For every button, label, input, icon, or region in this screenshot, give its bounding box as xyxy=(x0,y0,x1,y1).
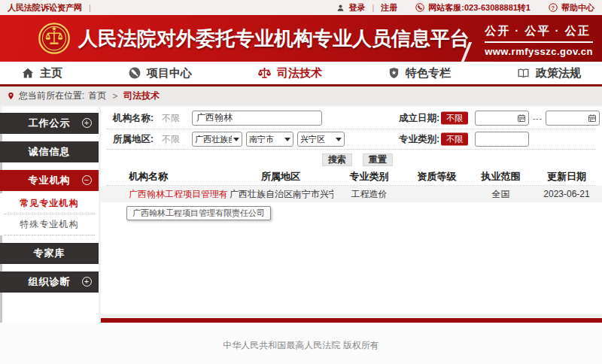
footer-copyright: 中华人民共和国最高人民法院 版权所有 xyxy=(0,339,602,352)
region-unlimited-option[interactable]: 不限 xyxy=(162,133,180,146)
table-header-grade: 资质等级 xyxy=(405,170,469,184)
category-label: 专业类别: xyxy=(399,133,439,146)
table-header-region: 所属地区 xyxy=(228,170,333,184)
sidebar-item-integrity-info[interactable]: 诚信信息 xyxy=(0,141,99,162)
province-select[interactable]: 广西壮族自治 xyxy=(192,132,242,147)
city-value: 南宁市 xyxy=(249,134,283,145)
person-icon xyxy=(336,4,345,12)
nav-item-featured-column[interactable]: 特色专栏 xyxy=(388,62,451,84)
submenu-item-special-orgs[interactable]: 特殊专业机构 xyxy=(4,214,95,235)
org-name-tooltip: 广西翰林工程项目管理有限责任公司 xyxy=(126,206,271,220)
table-header-updated: 更新日期 xyxy=(533,170,600,184)
sidebar-item-work-publicity[interactable]: 工作公示 + xyxy=(0,113,99,134)
nav-item-judicial-tech[interactable]: 司法技术 xyxy=(257,62,322,84)
founded-date-label: 成立日期: xyxy=(399,111,439,124)
nav-label: 主页 xyxy=(40,66,62,80)
help-icon: ? xyxy=(549,3,558,12)
nav-label: 特色专栏 xyxy=(406,66,451,80)
main-panel: 机构名称: 不限 成立日期: 不限 --- 所属地区: 不限 广西壮族自治 xyxy=(101,107,602,314)
page: 人民法院诉讼资产网 | 登录 | 注册 网站客服:023-63088881转1 … xyxy=(0,0,602,364)
slogan: 公开 · 公平 · 公正 xyxy=(485,24,593,43)
table-header-org-name: 机构名称 xyxy=(123,170,228,184)
breadcrumb-home-link[interactable]: 首页 xyxy=(88,89,106,102)
org-name-unlimited-option[interactable]: 不限 xyxy=(162,111,180,124)
expand-icon: + xyxy=(82,118,92,128)
search-row-2: 所属地区: 不限 广西壮族自治 南宁市 兴宁区 专业类别: 不限 xyxy=(107,129,596,150)
date-to-input[interactable] xyxy=(546,111,600,126)
table-header-category: 专业类别 xyxy=(333,170,405,184)
founded-unlimited-badge[interactable]: 不限 xyxy=(441,111,468,124)
city-select[interactable]: 南宁市 xyxy=(246,132,293,147)
district-select[interactable]: 兴宁区 xyxy=(297,132,345,147)
nav-item-policies[interactable]: 政策法规 xyxy=(516,62,581,84)
sidebar-item-label: 组织诊断 xyxy=(29,275,71,289)
nav-label: 项目中心 xyxy=(147,66,192,80)
chevron-down-icon xyxy=(284,138,290,141)
nav-item-home[interactable]: 主页 xyxy=(21,62,62,84)
collapse-icon: − xyxy=(82,175,92,185)
login-divider: | xyxy=(372,3,374,12)
sidebar-item-label: 专家库 xyxy=(34,247,65,260)
calendar-icon xyxy=(517,114,526,123)
shield-star-icon xyxy=(388,66,400,80)
sidebar-item-label: 专业机构 xyxy=(29,174,71,187)
date-range-separator: --- xyxy=(533,114,543,122)
category-input[interactable] xyxy=(475,132,529,147)
main-nav: 主页 项目中心 xyxy=(0,62,602,86)
row-region: 广西壮族自治区南宁市兴宁区 xyxy=(228,188,333,201)
breadcrumb: 您当前所在位置: 首页 > 司法技术 xyxy=(0,86,602,105)
submenu-item-label: 特殊专业机构 xyxy=(20,218,79,231)
chevron-down-icon xyxy=(233,138,239,141)
district-value: 兴宁区 xyxy=(300,134,334,145)
topbar-divider: | xyxy=(89,3,91,12)
location-pin-icon xyxy=(7,91,15,101)
footer: 中华人民共和国最高人民法院 版权所有 xyxy=(0,323,602,364)
sidebar-submenu: 常见专业机构 特殊专业机构 xyxy=(0,193,99,235)
top-utility-bar: 人民法院诉讼资产网 | 登录 | 注册 网站客服:023-63088881转1 … xyxy=(0,0,602,15)
hotline-text: 网站客服:023-63088881转1 xyxy=(428,2,531,14)
platform-title: 人民法院对外委托专业机构专业人员信息平台 xyxy=(78,26,470,52)
reset-button[interactable]: 重置 xyxy=(363,153,393,166)
date-from-input[interactable] xyxy=(475,111,529,126)
sidebar-item-org-diagnosis[interactable]: 组织诊断 + xyxy=(0,271,99,293)
scales-icon xyxy=(257,66,272,80)
register-link[interactable]: 注册 xyxy=(381,2,397,14)
website-url: www.rmfysszc.gov.cn xyxy=(485,46,593,57)
court-emblem-icon xyxy=(38,22,71,55)
nav-label: 政策法规 xyxy=(536,66,581,80)
home-icon xyxy=(21,66,35,80)
category-unlimited-badge[interactable]: 不限 xyxy=(441,133,468,146)
expand-icon: + xyxy=(82,277,92,287)
submenu-item-label: 常见专业机构 xyxy=(20,197,79,210)
phone-icon xyxy=(415,3,424,12)
masthead: 人民法院对外委托专业机构专业人员信息平台 公开 · 公平 · 公正 www.rm… xyxy=(0,15,602,62)
sidebar: 工作公示 + 诚信信息 专业机构 − 常见专业机构 特殊专业机构 专家库 组织诊… xyxy=(0,113,99,300)
breadcrumb-prefix: 您当前所在位置: xyxy=(19,89,84,102)
province-value: 广西壮族自治 xyxy=(195,134,232,145)
row-org-name-link[interactable]: 广西翰林工程项目管理有限责任... xyxy=(123,188,228,201)
sidebar-item-professional-orgs[interactable]: 专业机构 − xyxy=(0,170,99,191)
login-link[interactable]: 登录 xyxy=(348,2,365,14)
region-label: 所属地区: xyxy=(113,133,154,146)
row-category: 工程造价 xyxy=(333,188,405,201)
breadcrumb-separator: > xyxy=(112,91,117,102)
row-scope: 全国 xyxy=(469,188,533,201)
sidebar-item-label: 工作公示 xyxy=(29,117,71,130)
calendar-icon xyxy=(588,114,597,123)
sidebar-item-label: 诚信信息 xyxy=(29,145,71,159)
nav-item-project-center[interactable]: 项目中心 xyxy=(128,62,192,84)
chevron-down-icon xyxy=(336,138,342,141)
help-link[interactable]: 帮助中心 xyxy=(561,2,594,14)
table-header-row: 机构名称 所属地区 专业类别 资质等级 执业范围 更新日期 xyxy=(123,168,600,185)
table-row: 广西翰林工程项目管理有限责任... 广西壮族自治区南宁市兴宁区 工程造价 全国 … xyxy=(101,186,602,202)
search-button[interactable]: 搜索 xyxy=(322,153,352,166)
gavel-circle-icon xyxy=(128,66,141,80)
site-name-link[interactable]: 人民法院诉讼资产网 xyxy=(8,2,82,14)
org-name-input[interactable] xyxy=(192,111,322,126)
row-updated: 2023-06-21 xyxy=(533,189,600,199)
book-icon xyxy=(516,67,531,80)
sidebar-item-expert-pool[interactable]: 专家库 xyxy=(0,243,99,264)
submenu-item-common-orgs[interactable]: 常见专业机构 xyxy=(4,193,95,214)
breadcrumb-current: 司法技术 xyxy=(123,89,160,102)
svg-text:?: ? xyxy=(552,5,555,11)
